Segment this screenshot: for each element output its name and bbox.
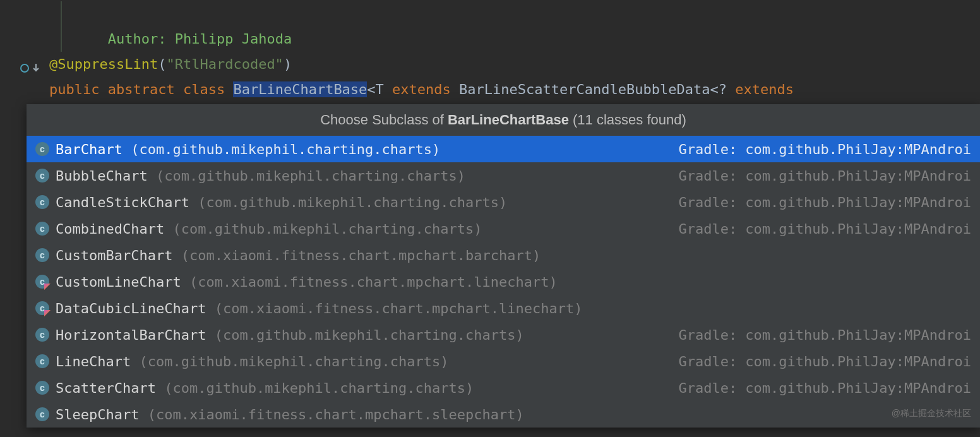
override-down-icon[interactable] [20, 63, 39, 74]
popup-title: Choose Subclass of BarLineChartBase (11 … [27, 104, 980, 136]
subclass-item-ScatterChart[interactable]: cScatterChart (com.github.mikephil.chart… [27, 374, 980, 401]
class-name: CombinedChart [56, 221, 172, 237]
subclass-item-SleepChart[interactable]: cSleepChart (com.xiaomi.fitness.chart.mp… [27, 401, 980, 428]
annotation: @SuppressLint [49, 56, 158, 72]
class-icon: c [35, 354, 49, 368]
choose-subclass-popup: Choose Subclass of BarLineChartBase (11 … [27, 104, 980, 428]
subclass-item-LineChart[interactable]: cLineChart (com.github.mikephil.charting… [27, 348, 980, 374]
class-source: Gradle: com.github.PhilJay:MPAndroi [653, 380, 971, 396]
code-line-blank [49, 27, 980, 52]
class-source: Gradle: com.github.PhilJay:MPAndroi [653, 327, 971, 343]
class-package: (com.github.mikephil.charting.charts) [198, 195, 507, 210]
code-line-author: Author: Philipp Jahoda [49, 1, 980, 27]
class-package: (com.xiaomi.fitness.chart.mpchart.sleepc… [148, 407, 524, 422]
class-icon: c [35, 248, 49, 262]
class-package: (com.github.mikephil.charting.charts) [156, 168, 465, 184]
class-name: CustomBarChart [56, 248, 181, 263]
class-icon: c [35, 328, 49, 342]
class-source: Gradle: com.github.PhilJay:MPAndroi [653, 221, 971, 237]
class-package: (com.github.mikephil.charting.charts) [164, 380, 474, 396]
subclass-item-CustomBarChart[interactable]: cCustomBarChart (com.xiaomi.fitness.char… [27, 242, 980, 268]
class-package: (com.github.mikephil.charting.charts) [172, 221, 482, 237]
class-icon: c [35, 301, 49, 315]
class-source: Gradle: com.github.PhilJay:MPAndroi [653, 168, 971, 184]
class-name: CustomLineChart [56, 274, 189, 290]
class-package: (com.xiaomi.fitness.chart.mpchart.barcha… [181, 248, 541, 263]
class-source: Gradle: com.github.PhilJay:MPAndroi [653, 195, 971, 210]
class-icon: c [35, 275, 49, 289]
class-source: Gradle: com.github.PhilJay:MPAndroi [653, 354, 971, 369]
class-icon: c [35, 407, 49, 421]
class-icon: c [35, 142, 49, 156]
subclass-item-BubbleChart[interactable]: cBubbleChart (com.github.mikephil.charti… [27, 162, 980, 189]
class-source: Gradle: com.github.PhilJay:MPAndroi [653, 141, 971, 157]
svg-point-0 [21, 64, 28, 72]
class-name-highlight: BarLineChartBase [233, 81, 367, 97]
class-name: ScatterChart [56, 380, 164, 396]
class-icon: c [35, 381, 49, 395]
class-name: BarChart [56, 141, 131, 157]
subclass-item-CustomLineChart[interactable]: cCustomLineChart (com.xiaomi.fitness.cha… [27, 268, 980, 295]
subclass-item-CombinedChart[interactable]: cCombinedChart (com.github.mikephil.char… [27, 215, 980, 242]
subclass-item-CandleStickChart[interactable]: cCandleStickChart (com.github.mikephil.c… [27, 189, 980, 215]
class-package: (com.github.mikephil.charting.charts) [131, 141, 440, 157]
subclass-item-HorizontalBarChart[interactable]: cHorizontalBarChart (com.github.mikephil… [27, 321, 980, 348]
class-icon: c [35, 195, 49, 209]
class-name: CandleStickChart [56, 195, 198, 210]
class-package: (com.xiaomi.fitness.chart.mpchart.linech… [189, 274, 558, 290]
subclass-item-BarChart[interactable]: cBarChart (com.github.mikephil.charting.… [27, 136, 980, 162]
class-icon: c [35, 222, 49, 236]
popup-list[interactable]: cBarChart (com.github.mikephil.charting.… [27, 136, 980, 428]
watermark: @稀土掘金技术社区 [892, 408, 971, 419]
code-line-annotation: @SuppressLint("RtlHardcoded") [49, 52, 980, 77]
class-package: (com.github.mikephil.charting.charts) [215, 327, 524, 343]
class-name: BubbleChart [56, 168, 156, 184]
class-package: (com.github.mikephil.charting.charts) [139, 354, 448, 369]
code-line-class-decl: public abstract class BarLineChartBase<T… [49, 77, 980, 102]
subclass-item-DataCubicLineChart[interactable]: cDataCubicLineChart (com.xiaomi.fitness.… [27, 295, 980, 321]
class-icon: c [35, 169, 49, 183]
class-name: LineChart [56, 354, 139, 369]
class-name: HorizontalBarChart [56, 327, 215, 343]
class-name: DataCubicLineChart [56, 301, 215, 316]
class-name: SleepChart [56, 407, 148, 422]
class-package: (com.xiaomi.fitness.chart.mpchart.linech… [215, 301, 583, 316]
